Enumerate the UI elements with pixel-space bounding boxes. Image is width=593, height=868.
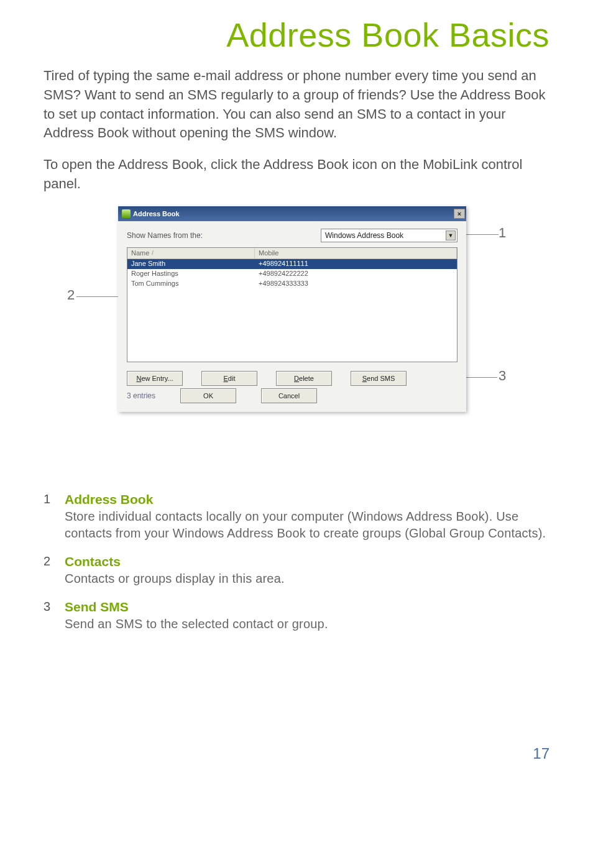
- status-text: 3 entries: [127, 391, 155, 400]
- callout-3: 3: [499, 368, 506, 384]
- explain-number: 3: [44, 600, 65, 633]
- intro-paragraph-2: To open the Address Book, click the Addr…: [44, 155, 549, 194]
- page-title: Address Book Basics: [0, 0, 593, 60]
- explain-number: 1: [44, 492, 65, 542]
- address-book-icon: [122, 209, 131, 218]
- address-book-dialog: Address Book × Show Names from the: Wind…: [118, 206, 466, 412]
- table-row[interactable]: Roger Hastings+498924222222: [127, 269, 457, 279]
- explain-item: 2ContactsContacts or groups display in t…: [44, 554, 549, 587]
- show-names-label: Show Names from the:: [127, 231, 315, 240]
- callout-2-line: [76, 296, 120, 297]
- ok-button[interactable]: OK: [180, 388, 236, 403]
- chevron-down-icon[interactable]: ▼: [446, 231, 456, 240]
- contact-mobile: +498924111111: [255, 259, 457, 269]
- callout-1: 1: [499, 225, 506, 241]
- contact-mobile: +498924333333: [255, 279, 457, 289]
- show-names-row: Show Names from the: Windows Address Boo…: [118, 221, 466, 247]
- intro-block: Tired of typing the same e-mail address …: [0, 60, 593, 194]
- delete-button[interactable]: Delete: [276, 371, 332, 386]
- intro-paragraph-1: Tired of typing the same e-mail address …: [44, 66, 549, 143]
- callout-2: 2: [67, 287, 75, 303]
- explanation-list: 1Address BookStore individual contacts l…: [44, 492, 549, 633]
- table-row[interactable]: Jane Smith+498924111111: [127, 259, 457, 269]
- contact-mobile: +498924222222: [255, 269, 457, 279]
- explain-text: Contacts or groups display in this area.: [65, 570, 549, 587]
- table-row[interactable]: Tom Cummings+498924333333: [127, 279, 457, 289]
- screenshot-area: 2 1 3 Address Book × Show Names from the…: [0, 206, 593, 442]
- contact-name: Jane Smith: [127, 259, 255, 269]
- dialog-titlebar[interactable]: Address Book ×: [118, 206, 466, 221]
- page-number: 17: [533, 745, 549, 762]
- column-name[interactable]: Name: [131, 249, 149, 257]
- new-entry-button[interactable]: New Entry...: [127, 371, 183, 386]
- dialog-title: Address Book: [133, 210, 180, 217]
- sort-asc-icon: /: [152, 250, 154, 256]
- explain-item: 1Address BookStore individual contacts l…: [44, 492, 549, 542]
- explain-heading: Contacts: [65, 554, 549, 569]
- explain-text: Store individual contacts locally on you…: [65, 508, 549, 542]
- send-sms-button[interactable]: Send SMS: [351, 371, 407, 386]
- column-mobile[interactable]: Mobile: [255, 248, 457, 258]
- contacts-list[interactable]: Name / Mobile Jane Smith+498924111111Rog…: [127, 247, 457, 362]
- contact-name: Roger Hastings: [127, 269, 255, 279]
- contact-name: Tom Cummings: [127, 279, 255, 289]
- status-row: 3 entries OK Cancel: [118, 388, 466, 412]
- callout-1-line: [465, 234, 499, 235]
- explain-heading: Send SMS: [65, 600, 549, 614]
- address-book-dropdown[interactable]: Windows Address Book ▼: [321, 229, 457, 242]
- explain-number: 2: [44, 554, 65, 587]
- explain-text: Send an SMS to the selected contact or g…: [65, 616, 549, 633]
- explain-item: 3Send SMSSend an SMS to the selected con…: [44, 600, 549, 633]
- explain-heading: Address Book: [65, 492, 549, 507]
- edit-button[interactable]: Edit: [201, 371, 257, 386]
- action-button-row: New Entry... Edit Delete Send SMS: [118, 362, 466, 388]
- close-icon[interactable]: ×: [454, 209, 465, 219]
- cancel-button[interactable]: Cancel: [261, 388, 317, 403]
- dropdown-value: Windows Address Book: [325, 231, 403, 240]
- contacts-list-header[interactable]: Name / Mobile: [127, 248, 457, 259]
